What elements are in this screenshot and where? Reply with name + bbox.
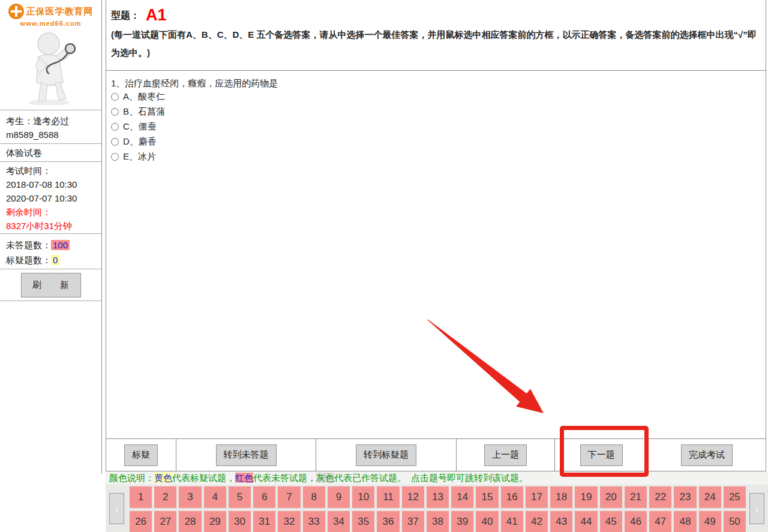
option-row-e[interactable]: E、冰片 [111,149,761,164]
question-number-cell[interactable]: 8 [303,486,325,508]
brand-cross-icon [8,4,24,19]
question-number-cell[interactable]: 2 [154,486,176,508]
instructions-text: (每一道试题下面有A、B、C、D、E 五个备选答案，请从中选择一个最佳答案，并用… [111,26,761,62]
radio-icon[interactable] [111,108,119,116]
question-type-header: 型题： A1 (每一道试题下面有A、B、C、D、E 五个备选答案，请从中选择一个… [106,0,766,71]
legend-text: 点击题号即可跳转到该试题。 [411,473,528,483]
refresh-button[interactable]: 刷 新 [21,273,81,297]
question-stem: 1、治疗血瘀经闭，癥瘕，应选用的药物是 [111,77,761,89]
question-number-cell[interactable]: 41 [501,511,523,532]
finish-exam-button[interactable]: 完成考试 [681,444,733,466]
question-number-cell[interactable]: 7 [278,486,300,508]
footer-cell: 上一题 [457,439,555,471]
question-number-cell[interactable]: 1 [130,486,152,508]
footer-cell: 转到标疑题 [316,439,457,471]
question-number-cell[interactable]: 28 [179,511,201,532]
remaining-time-label: 剩余时间： [6,205,95,219]
exam-start-time: 2018-07-08 10:30 [6,178,95,191]
question-number-cell[interactable]: 11 [377,486,399,508]
legend-yellow-chip: 黄色 [154,473,172,483]
option-row-b[interactable]: B、石菖蒲 [111,104,761,119]
question-type-label: 型题： [111,10,140,24]
question-number-cell[interactable]: 45 [600,511,622,532]
question-number-cell[interactable]: 35 [352,511,374,532]
exam-page: 正保医学教育网 www.med66.com 考生：逢考必过 m85 [0,0,768,532]
remaining-time-value: 8327小时31分钟 [6,219,95,233]
grid-next-button[interactable]: › [749,493,764,524]
question-grid: 1234567891011121314151617181920212223242… [130,486,746,532]
question-number-cell[interactable]: 5 [229,486,251,508]
question-number-cell[interactable]: 40 [476,511,498,532]
brand-name: 正保医学教育网 [26,6,94,17]
option-row-a[interactable]: A、酸枣仁 [111,89,761,104]
question-number-cell[interactable]: 16 [501,486,523,508]
question-number-cell[interactable]: 46 [625,511,647,532]
question-number-cell[interactable]: 27 [154,511,176,532]
question-number-cell[interactable]: 31 [253,511,275,532]
flagged-count-row: 标疑题数：0 [6,253,95,267]
unanswered-label: 未答题数： [6,240,51,250]
radio-icon[interactable] [111,93,119,101]
option-label: C、僵蚕 [123,121,157,133]
question-number-cell[interactable]: 26 [130,511,152,532]
radio-icon[interactable] [111,138,119,146]
question-number-cell[interactable]: 32 [278,511,300,532]
question-number-cell[interactable]: 25 [724,486,746,508]
sidebar-divider [0,300,101,301]
question-number-cell[interactable]: 43 [550,511,572,532]
legend-text: 代表已作答试题。 [334,473,406,483]
previous-question-button[interactable]: 上一题 [484,444,527,466]
logo-section: 正保医学教育网 www.med66.com [0,0,101,110]
question-number-cell[interactable]: 33 [303,511,325,532]
question-number-cell[interactable]: 22 [649,486,671,508]
question-number-cell[interactable]: 39 [451,511,473,532]
option-label: B、石菖蒲 [123,106,165,118]
flag-button[interactable]: 标疑 [124,444,158,466]
question-number-cell[interactable]: 19 [575,486,597,508]
question-number-cell[interactable]: 18 [550,486,572,508]
question-number-cell[interactable]: 48 [674,511,696,532]
question-number-cell[interactable]: 4 [204,486,226,508]
question-number-cell[interactable]: 21 [625,486,647,508]
question-number-cell[interactable]: 15 [476,486,498,508]
question-number-cell[interactable]: 47 [649,511,671,532]
question-number-cell[interactable]: 3 [179,486,201,508]
question-number-cell[interactable]: 12 [402,486,424,508]
legend-text: 代表未答试题， [253,473,316,483]
question-number-cell[interactable]: 9 [328,486,350,508]
question-number-cell[interactable]: 50 [724,511,746,532]
flagged-count: 0 [51,255,59,265]
unanswered-count-row: 未答题数：100 [6,238,95,253]
question-grid-bar: ‹ 12345678910111213141516171819202122232… [106,485,768,532]
question-number-cell[interactable]: 49 [699,511,721,532]
question-number-cell[interactable]: 30 [229,511,251,532]
radio-icon[interactable] [111,153,119,161]
option-row-c[interactable]: C、僵蚕 [111,119,761,134]
question-number-cell[interactable]: 37 [402,511,424,532]
footer-cell: 转到未答题 [176,439,316,471]
chevron-left-icon: ‹ [115,502,119,515]
refresh-section: 刷 新 [0,269,101,300]
question-number-cell[interactable]: 17 [526,486,548,508]
question-number-cell[interactable]: 23 [674,486,696,508]
grid-prev-button[interactable]: ‹ [109,493,124,524]
option-row-d[interactable]: D、麝香 [111,134,761,149]
question-number-cell[interactable]: 42 [526,511,548,532]
question-number-cell[interactable]: 44 [575,511,597,532]
radio-icon[interactable] [111,123,119,131]
question-number-cell[interactable]: 29 [204,511,226,532]
question-number-cell[interactable]: 10 [352,486,374,508]
question-number-cell[interactable]: 36 [377,511,399,532]
question-number-cell[interactable]: 38 [427,511,449,532]
question-number-cell[interactable]: 20 [600,486,622,508]
goto-flagged-button[interactable]: 转到标疑题 [356,444,416,466]
question-number-cell[interactable]: 13 [427,486,449,508]
option-label: A、酸枣仁 [123,91,165,103]
question-number-cell[interactable]: 14 [451,486,473,508]
footer-cell: 标疑 [106,439,176,471]
question-number-cell[interactable]: 34 [328,511,350,532]
next-question-button[interactable]: 下一题 [580,444,623,466]
question-number-cell[interactable]: 24 [699,486,721,508]
goto-unanswered-button[interactable]: 转到未答题 [216,444,277,466]
question-number-cell[interactable]: 6 [253,486,275,508]
